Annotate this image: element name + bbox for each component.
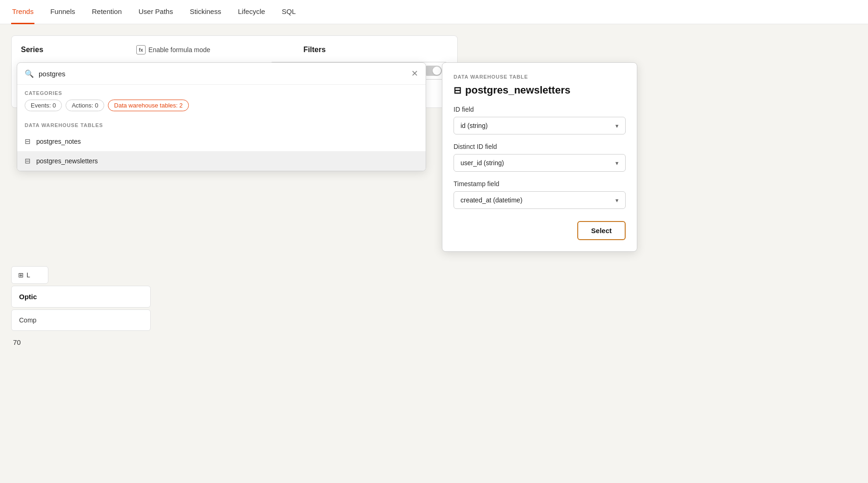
list-label: L [27, 271, 30, 279]
dw-detail-title: ⊟ postgres_newsletters [454, 84, 626, 96]
id-field-chevron-icon: ▾ [615, 122, 619, 129]
select-button[interactable]: Select [577, 221, 626, 240]
clear-search-button[interactable]: ✕ [411, 68, 418, 79]
timestamp-value: created_at (datetime) [461, 196, 522, 204]
compare-panel-stub: Comp [11, 309, 151, 331]
nav-stickiness[interactable]: Stickiness [189, 0, 222, 24]
formula-icon: fx [136, 45, 146, 54]
events-tag[interactable]: Events: 0 [25, 100, 62, 111]
timestamp-label: Timestamp field [454, 180, 626, 188]
dw-detail-panel: DATA WAREHOUSE TABLE ⊟ postgres_newslett… [442, 62, 637, 252]
series-title: Series [21, 46, 43, 54]
dw-tables-tag[interactable]: Data warehouse tables: 2 [108, 100, 188, 111]
dw-item-label-1: postgres_notes [36, 138, 81, 145]
number-display: 70 [11, 338, 857, 346]
id-field-label: ID field [454, 106, 626, 113]
panel-header: Series fx Enable formula mode Filters [21, 45, 448, 54]
dw-detail-label: DATA WAREHOUSE TABLE [454, 74, 626, 80]
nav-user-paths[interactable]: User Paths [138, 0, 174, 24]
nav-retention[interactable]: Retention [91, 0, 123, 24]
dw-detail-table-name: postgres_newsletters [465, 84, 570, 96]
timestamp-dropdown[interactable]: created_at (datetime) ▾ [454, 191, 626, 209]
formula-mode-button[interactable]: fx Enable formula mode [136, 45, 210, 54]
search-dropdown: 🔍 ✕ CATEGORIES Events: 0 Actions: 0 Data… [17, 62, 426, 171]
list-icon: ⊞ [18, 271, 24, 279]
search-input-row: 🔍 ✕ [17, 63, 426, 85]
formula-mode-label: Enable formula mode [148, 46, 210, 54]
nav-funnels[interactable]: Funnels [49, 0, 76, 24]
nav-trends[interactable]: Trends [11, 0, 34, 24]
nav-sql[interactable]: SQL [281, 0, 297, 24]
search-icon: 🔍 [25, 69, 34, 78]
distinct-id-value: user_id (string) [461, 159, 504, 167]
dw-detail-table-icon: ⊟ [454, 85, 461, 96]
filters-title: Filters [303, 46, 326, 54]
search-input[interactable] [39, 70, 407, 78]
id-field-dropdown[interactable]: id (string) ▾ [454, 117, 626, 134]
table-icon-2: ⊟ [25, 157, 31, 165]
table-icon-1: ⊟ [25, 137, 31, 146]
dw-item-postgres-notes[interactable]: ⊟ postgres_notes [17, 132, 426, 151]
dw-tables-section-label: DATA WAREHOUSE TABLES [17, 117, 426, 132]
options-label: Optic [19, 293, 37, 301]
actions-tag[interactable]: Actions: 0 [66, 100, 104, 111]
compare-label: Comp [19, 316, 36, 324]
id-field-value: id (string) [461, 122, 487, 129]
timestamp-chevron-icon: ▾ [615, 197, 619, 204]
main-area: Series fx Enable formula mode Filters A … [0, 24, 868, 357]
list-panel-stub: ⊞ L [11, 266, 48, 284]
categories-label: CATEGORIES [17, 85, 426, 100]
dw-item-label-2: postgres_newsletters [36, 157, 98, 165]
distinct-id-chevron-icon: ▾ [615, 160, 619, 167]
nav-lifecycle[interactable]: Lifecycle [237, 0, 266, 24]
category-tags: Events: 0 Actions: 0 Data warehouse tabl… [17, 100, 426, 117]
options-panel-stub: Optic [11, 286, 151, 308]
close-icon: ✕ [411, 68, 418, 79]
distinct-id-label: Distinct ID field [454, 143, 626, 150]
top-nav: Trends Funnels Retention User Paths Stic… [0, 0, 868, 24]
distinct-id-dropdown[interactable]: user_id (string) ▾ [454, 154, 626, 172]
dw-item-postgres-newsletters[interactable]: ⊟ postgres_newsletters [17, 151, 426, 171]
